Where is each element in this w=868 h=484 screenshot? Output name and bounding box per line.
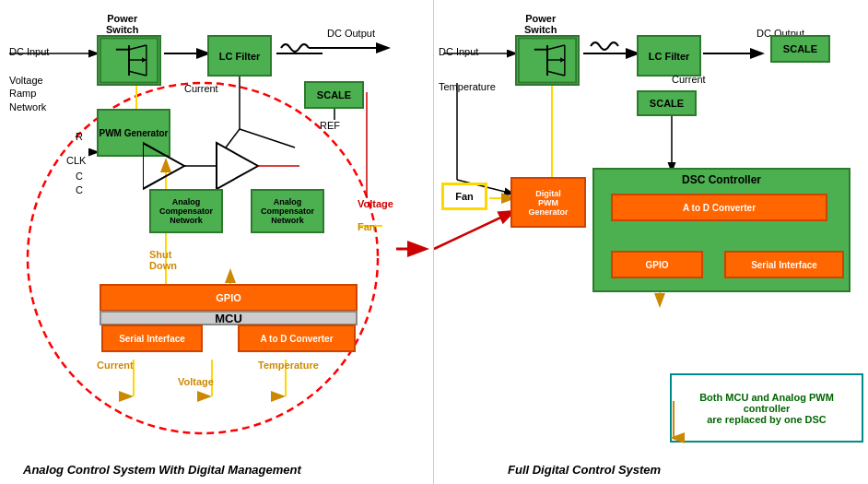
left-lc-filter-label: LC Filter xyxy=(219,51,261,62)
left-r-label: R xyxy=(76,131,83,142)
right-power-switch-label: PowerSwitch xyxy=(524,13,557,35)
right-power-switch-block xyxy=(515,35,580,86)
right-scale-top-label: SCALE xyxy=(783,43,817,54)
right-dc-input-label: DC Input xyxy=(439,46,478,57)
left-c1-label: C xyxy=(76,171,83,182)
left-c2-label: C xyxy=(76,184,83,195)
svg-marker-30 xyxy=(217,143,258,189)
left-fan-label: Fan xyxy=(358,221,376,232)
right-lc-filter-label: LC Filter xyxy=(649,51,690,62)
right-diagram-title: Full Digital Control System xyxy=(508,463,661,477)
left-serial-label: Serial Interface xyxy=(119,334,185,344)
left-analog-comp1-label: AnalogCompensatorNetwork xyxy=(159,197,213,225)
left-power-switch-block xyxy=(97,35,161,86)
left-current-label: Current xyxy=(184,83,218,94)
right-gpio-block: GPIO xyxy=(611,251,703,278)
left-gpio-block: GPIO xyxy=(100,284,358,312)
right-current-label: Current xyxy=(672,74,706,85)
right-scale-mid-label: SCALE xyxy=(650,98,684,109)
left-voltage-bottom-label: Voltage xyxy=(178,376,214,387)
right-fan-block: Fan xyxy=(441,183,487,210)
right-scale-mid-block: SCALE xyxy=(637,90,697,116)
right-dsc-controller-label: DSC Controller xyxy=(678,171,765,188)
right-gpio-label: GPIO xyxy=(645,260,668,270)
right-atod-block: A to D Converter xyxy=(611,194,827,221)
right-temperature-label: Temperature xyxy=(439,81,496,92)
left-diagram-title: Analog Control System With Digital Manag… xyxy=(23,463,301,477)
left-dc-output-label: DC Output xyxy=(327,28,375,39)
left-analog-comp2-block: AnalogCompensatorNetwork xyxy=(251,189,324,233)
right-note-box: Both MCU and Analog PWM controllerare re… xyxy=(670,373,863,443)
right-digital-pwm-label: DigitalPWMGenerator xyxy=(528,189,568,217)
left-diagram: DC Input VoltageRampNetwork PowerSwitch … xyxy=(0,0,433,484)
left-dc-input-label: DC Input xyxy=(9,46,49,57)
left-voltage-label: Voltage xyxy=(358,198,393,209)
right-lc-filter-block: LC Filter xyxy=(637,35,701,77)
left-serial-block: Serial Interface xyxy=(101,325,203,352)
left-scale-label: SCALE xyxy=(317,89,351,100)
left-analog-comp2-label: AnalogCompensatorNetwork xyxy=(261,197,314,225)
right-diagram: DC Input PowerSwitch LC Filter DC Output xyxy=(433,0,868,484)
left-adc-label: A to D Converter xyxy=(260,334,333,344)
main-container: DC Input VoltageRampNetwork PowerSwitch … xyxy=(0,0,868,484)
left-scale-block: SCALE xyxy=(304,81,364,109)
right-serial-label: Serial Interface xyxy=(751,260,817,270)
left-analog-comp1-block: AnalogCompensatorNetwork xyxy=(149,189,223,233)
left-shutdown-label: ShutDown xyxy=(149,249,177,271)
right-note-text: Both MCU and Analog PWM controllerare re… xyxy=(676,392,857,425)
right-scale-top-block: SCALE xyxy=(770,35,830,63)
left-voltage-ramp-label: VoltageRampNetwork xyxy=(9,74,46,113)
left-temperature-bottom-label: Temperature xyxy=(258,360,319,371)
svg-line-43 xyxy=(434,212,512,249)
right-serial-block: Serial Interface xyxy=(724,251,844,278)
left-current-bottom-label: Current xyxy=(97,360,134,371)
right-fan-label: Fan xyxy=(455,191,474,202)
svg-marker-29 xyxy=(143,143,184,189)
left-power-switch-label: PowerSwitch xyxy=(106,13,138,35)
right-digital-pwm-block: DigitalPWMGenerator xyxy=(510,177,586,228)
left-lc-filter-block: LC Filter xyxy=(207,35,272,77)
left-adc-block: A to D Converter xyxy=(238,325,356,352)
left-mcu-label: MCU xyxy=(100,311,358,325)
right-atod-label: A to D Converter xyxy=(683,203,756,213)
left-gpio-label: GPIO xyxy=(216,292,241,303)
left-ref-label: REF xyxy=(320,120,340,131)
left-pwm-gen-label: PWM Generator xyxy=(99,128,168,138)
left-clk-label: CLK xyxy=(66,155,86,166)
